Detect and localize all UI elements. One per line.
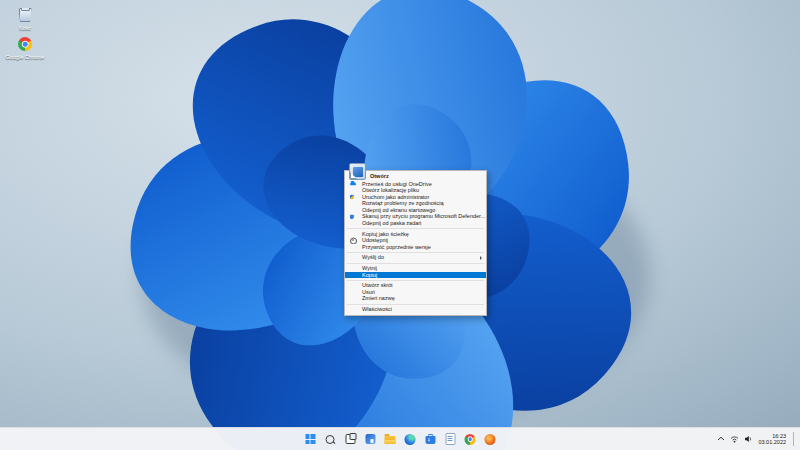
- menu-item-delete[interactable]: Usuń: [345, 289, 486, 296]
- share-icon: [350, 237, 357, 244]
- submenu-arrow-icon: [480, 256, 482, 260]
- network-button[interactable]: [730, 428, 739, 450]
- clock-date: 03.01.2022: [758, 439, 786, 446]
- search-icon: [326, 435, 335, 444]
- uac-shield-icon: [350, 194, 355, 199]
- system-tray: 16:23 03.01.2022: [717, 428, 796, 450]
- menu-item-move-onedrive[interactable]: Przenieś do usługi OneDrive: [345, 181, 486, 188]
- pinned-app-button[interactable]: [483, 432, 498, 447]
- menu-item-open-label: Otwórz: [370, 173, 389, 179]
- menu-item-troubleshoot[interactable]: Rozwiąż problemy ze zgodnością: [345, 200, 486, 207]
- menu-item-scan-defender[interactable]: Skanuj przy użyciu programu Microsoft De…: [345, 213, 486, 220]
- store-icon: [425, 436, 435, 444]
- task-view-icon: [345, 434, 355, 444]
- menu-separator: [347, 280, 484, 281]
- speaker-icon: [744, 435, 753, 443]
- menu-separator: [347, 228, 484, 229]
- task-view-button[interactable]: [343, 432, 358, 447]
- context-menu: Otwórz Przenieś do usługi OneDrive Otwór…: [344, 170, 487, 316]
- menu-item-rename[interactable]: Zmień nazwę: [345, 295, 486, 302]
- chevron-up-icon: [717, 436, 725, 442]
- wifi-icon: [730, 435, 739, 443]
- menu-item-open-file-location[interactable]: Otwórz lokalizację pliku: [345, 187, 486, 194]
- app-icon-red: [485, 434, 496, 445]
- menu-item-copy[interactable]: Kopiuj: [345, 272, 486, 279]
- chrome-glyph: [18, 37, 32, 51]
- menu-separator: [347, 252, 484, 253]
- menu-item-cut[interactable]: Wytnij: [345, 265, 486, 272]
- windows-logo-icon: [305, 434, 315, 444]
- document-icon: [445, 433, 455, 445]
- selected-file-icon[interactable]: [349, 163, 366, 180]
- desktop: Kosz Google Chrome Otwórz Przenieś do us…: [0, 0, 800, 450]
- tray-overflow-button[interactable]: [717, 428, 725, 450]
- recycle-bin-icon[interactable]: Kosz: [3, 6, 47, 31]
- file-explorer-button[interactable]: [383, 432, 398, 447]
- recycle-bin-label: Kosz: [3, 25, 47, 31]
- menu-item-send-to[interactable]: Wyślij do: [345, 254, 486, 261]
- chrome-desktop-icon[interactable]: Google Chrome: [3, 36, 47, 60]
- folder-icon: [385, 436, 396, 444]
- menu-item-run-as-admin[interactable]: Uruchom jako administrator: [345, 194, 486, 201]
- widgets-button[interactable]: [363, 432, 378, 447]
- defender-shield-icon: [350, 214, 355, 219]
- taskbar: 16:23 03.01.2022: [0, 427, 800, 450]
- menu-item-create-shortcut[interactable]: Utwórz skrót: [345, 282, 486, 289]
- volume-button[interactable]: [744, 428, 753, 450]
- document-app-button[interactable]: [443, 432, 458, 447]
- menu-separator: [347, 263, 484, 264]
- menu-item-open[interactable]: Otwórz: [345, 173, 486, 181]
- menu-item-restore-previous[interactable]: Przywróć poprzednie wersje: [345, 244, 486, 251]
- menu-item-unpin-taskbar[interactable]: Odepnij od paska zadań: [345, 220, 486, 227]
- menu-item-properties[interactable]: Właściwości: [345, 306, 486, 313]
- taskbar-center: [303, 428, 498, 450]
- start-button[interactable]: [303, 432, 318, 447]
- chrome-taskbar-button[interactable]: [463, 432, 478, 447]
- store-button[interactable]: [423, 432, 438, 447]
- search-button[interactable]: [323, 432, 338, 447]
- edge-icon: [405, 434, 416, 445]
- chrome-icon: [465, 434, 476, 445]
- recycle-bin-glyph: [19, 8, 32, 22]
- menu-item-copy-as-path[interactable]: Kopiuj jako ścieżkę: [345, 231, 486, 238]
- show-desktop-button[interactable]: [793, 432, 796, 446]
- edge-button[interactable]: [403, 432, 418, 447]
- menu-item-share[interactable]: Udostępnij: [345, 237, 486, 244]
- chrome-label: Google Chrome: [3, 54, 47, 60]
- menu-separator: [347, 304, 484, 305]
- clock[interactable]: 16:23 03.01.2022: [758, 433, 786, 446]
- menu-item-unpin-start[interactable]: Odepnij od ekranu startowego: [345, 207, 486, 214]
- widgets-icon: [365, 434, 375, 444]
- onedrive-icon: [350, 182, 356, 186]
